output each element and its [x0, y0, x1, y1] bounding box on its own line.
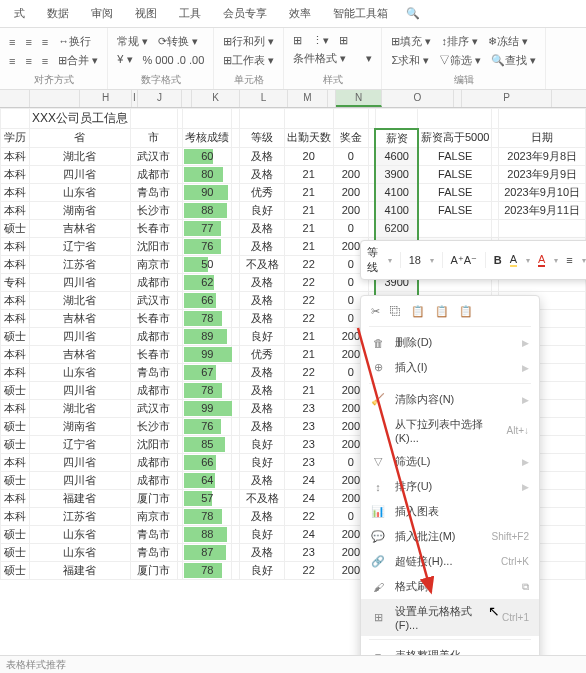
cell-city[interactable]: 武汉市 [130, 399, 177, 417]
ribbon-btn[interactable]: ▽筛选 ▾ [436, 51, 484, 70]
menu-数据[interactable]: 数据 [37, 2, 79, 25]
cell-edu[interactable]: 硕士 [1, 381, 30, 399]
cell-grade[interactable]: 及格 [240, 237, 284, 255]
cell-score[interactable]: 89 [183, 327, 232, 345]
cell-score[interactable]: 88 [183, 201, 232, 219]
cell-prov[interactable]: 山东省 [29, 363, 130, 381]
header-edu[interactable]: 学历 [1, 129, 30, 148]
ctx-筛选(L)[interactable]: ▽筛选(L)▶ [361, 449, 539, 474]
cell-days[interactable]: 22 [284, 255, 333, 273]
ribbon-btn[interactable]: ≡ [39, 34, 51, 50]
cell-edu[interactable]: 本科 [1, 201, 30, 219]
menu-智能工具箱[interactable]: 智能工具箱 [323, 2, 398, 25]
cell-bonus[interactable]: 200 [333, 201, 368, 219]
cell-score[interactable]: 99 [183, 345, 232, 363]
cell-date[interactable] [499, 219, 586, 237]
col-header-sp[interactable] [328, 90, 336, 107]
cell-edu[interactable]: 硕士 [1, 525, 30, 543]
cell-city[interactable]: 长春市 [130, 345, 177, 363]
cell-date[interactable]: 2023年9月8日 [499, 147, 586, 165]
cell-gt5000[interactable]: FALSE [418, 183, 492, 201]
cell-prov[interactable]: 吉林省 [29, 219, 130, 237]
cell-sp[interactable] [368, 201, 375, 219]
cell-prov[interactable]: 四川省 [29, 381, 130, 399]
cell-score[interactable]: 57 [183, 489, 232, 507]
clipboard-icon[interactable]: 📋 [411, 305, 425, 318]
ctx-设置单元格格式(F)...[interactable]: ⊞设置单元格格式(F)...Ctrl+1 [361, 599, 539, 636]
cell-edu[interactable]: 本科 [1, 345, 30, 363]
cell-days[interactable]: 24 [284, 525, 333, 543]
cell-prov[interactable]: 山东省 [29, 543, 130, 561]
cell-grade[interactable]: 及格 [240, 399, 284, 417]
sheet-tab[interactable]: 表格样式推荐 [6, 658, 66, 671]
cell-scoreSpR[interactable] [232, 417, 240, 435]
ribbon-btn[interactable]: ⟳转换 ▾ [155, 32, 201, 51]
cell-score[interactable]: 60 [183, 147, 232, 165]
ctx-插入(I)[interactable]: ⊕插入(I)▶ [361, 355, 539, 380]
fontsize-select[interactable]: 18 [409, 254, 421, 266]
cell-score[interactable]: 76 [183, 417, 232, 435]
cell-prov[interactable]: 湖北省 [29, 291, 130, 309]
cell-days[interactable]: 22 [284, 507, 333, 525]
cell-edu[interactable]: 本科 [1, 309, 30, 327]
cell-city[interactable]: 长春市 [130, 219, 177, 237]
cell-city[interactable]: 长春市 [130, 309, 177, 327]
cell-scoreSpR[interactable] [232, 453, 240, 471]
cell-scoreSpR[interactable] [232, 399, 240, 417]
cell-days[interactable]: 23 [284, 417, 333, 435]
header-salary[interactable]: 薪资 [375, 129, 418, 148]
cell-prov[interactable]: 四川省 [29, 471, 130, 489]
cell-salary[interactable]: 4600 [375, 147, 418, 165]
ribbon-btn[interactable]: 🔍查找 ▾ [488, 51, 539, 70]
cell-score[interactable]: 87 [183, 543, 232, 561]
header-sp[interactable] [368, 129, 375, 148]
cell-scoreSpR[interactable] [232, 363, 240, 381]
header-bonus[interactable]: 奖金 [333, 129, 368, 148]
cell-prov[interactable]: 四川省 [29, 453, 130, 471]
ribbon-btn[interactable]: ⊞ [336, 32, 351, 49]
cell-prov[interactable]: 四川省 [29, 165, 130, 183]
cell-prov[interactable]: 四川省 [29, 273, 130, 291]
cell-bonus[interactable]: 0 [333, 147, 368, 165]
cell-edu[interactable]: 本科 [1, 507, 30, 525]
ribbon-btn[interactable]: % 000 .0 .00 [140, 52, 208, 68]
cell-score[interactable]: 50 [183, 255, 232, 273]
cell-prov[interactable]: 山东省 [29, 525, 130, 543]
cell-prov[interactable]: 湖北省 [29, 399, 130, 417]
ribbon-btn[interactable]: ≡ [22, 34, 34, 50]
cell-prov[interactable]: 吉林省 [29, 309, 130, 327]
cell-edu[interactable]: 本科 [1, 237, 30, 255]
cell-sp[interactable] [368, 147, 375, 165]
cell-scoreSpR[interactable] [232, 561, 240, 579]
font-color-button[interactable]: A [538, 253, 545, 267]
header-score[interactable]: 考核成绩 [183, 129, 232, 148]
ribbon-btn[interactable]: Σ求和 ▾ [388, 51, 432, 70]
cell-score[interactable]: 64 [183, 471, 232, 489]
cell-days[interactable]: 20 [284, 147, 333, 165]
cell-days[interactable]: 24 [284, 489, 333, 507]
cell-grade[interactable]: 优秀 [240, 345, 284, 363]
cell-scoreSpR[interactable] [232, 237, 240, 255]
cell-grade[interactable]: 及格 [240, 417, 284, 435]
cell-edu[interactable]: 本科 [1, 489, 30, 507]
cell-sp2[interactable] [492, 147, 499, 165]
cell-city[interactable]: 长沙市 [130, 417, 177, 435]
cell-scoreSpR[interactable] [232, 165, 240, 183]
cell-edu[interactable]: 硕士 [1, 219, 30, 237]
menu-会员专享[interactable]: 会员专享 [213, 2, 277, 25]
cell-score[interactable]: 77 [183, 219, 232, 237]
cell-days[interactable]: 22 [284, 561, 333, 579]
cell-grade[interactable]: 良好 [240, 525, 284, 543]
ribbon-btn[interactable]: ⊞工作表 ▾ [220, 51, 277, 70]
menu-式[interactable]: 式 [4, 2, 35, 25]
cell-days[interactable]: 23 [284, 435, 333, 453]
ribbon-btn[interactable]: ▾ [363, 50, 375, 67]
cell-scoreSpR[interactable] [232, 489, 240, 507]
cell-salary[interactable]: 4100 [375, 201, 418, 219]
fill-color-button[interactable]: A [510, 253, 517, 267]
cell-grade[interactable]: 优秀 [240, 183, 284, 201]
cell-prov[interactable]: 江苏省 [29, 255, 130, 273]
ribbon-btn[interactable]: ⊞填充 ▾ [388, 32, 434, 51]
ribbon-btn[interactable]: ❄冻结 ▾ [485, 32, 531, 51]
cell-city[interactable]: 沈阳市 [130, 237, 177, 255]
